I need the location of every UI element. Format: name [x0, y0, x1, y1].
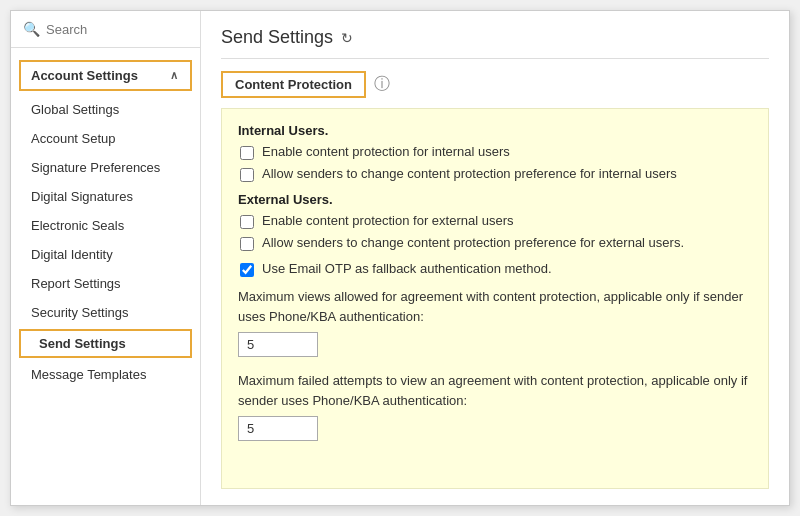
external-allow-checkbox[interactable] — [240, 237, 254, 251]
sidebar: 🔍 Account Settings ∧ Global Settings Acc… — [11, 11, 201, 505]
app-window: 🔍 Account Settings ∧ Global Settings Acc… — [10, 10, 790, 506]
external-users-label: External Users. — [238, 192, 752, 207]
external-allow-row: Allow senders to change content protecti… — [238, 235, 752, 251]
account-settings-header[interactable]: Account Settings ∧ — [19, 60, 192, 91]
external-enable-label: Enable content protection for external u… — [262, 213, 513, 228]
sidebar-item-account-setup[interactable]: Account Setup — [11, 124, 200, 153]
otp-fallback-row: Use Email OTP as fallback authentication… — [238, 261, 752, 277]
otp-fallback-checkbox[interactable] — [240, 263, 254, 277]
internal-allow-checkbox[interactable] — [240, 168, 254, 182]
internal-enable-checkbox[interactable] — [240, 146, 254, 160]
sidebar-item-message-templates[interactable]: Message Templates — [11, 360, 200, 389]
refresh-icon[interactable]: ↻ — [341, 30, 353, 46]
help-icon[interactable]: ⓘ — [374, 74, 390, 95]
otp-fallback-label: Use Email OTP as fallback authentication… — [262, 261, 552, 276]
main-content: Send Settings ↻ Content Protection ⓘ Int… — [201, 11, 789, 505]
page-title: Send Settings — [221, 27, 333, 48]
max-views-input[interactable] — [238, 332, 318, 357]
internal-allow-label: Allow senders to change content protecti… — [262, 166, 677, 181]
content-protection-area: Internal Users. Enable content protectio… — [221, 108, 769, 489]
max-views-desc: Maximum views allowed for agreement with… — [238, 287, 752, 326]
external-enable-checkbox[interactable] — [240, 215, 254, 229]
search-input[interactable] — [46, 22, 188, 37]
sidebar-item-send-settings[interactable]: Send Settings — [19, 329, 192, 358]
section-tab-row: Content Protection ⓘ — [221, 71, 769, 98]
external-allow-label: Allow senders to change content protecti… — [262, 235, 684, 250]
content-protection-tab[interactable]: Content Protection — [221, 71, 366, 98]
internal-allow-row: Allow senders to change content protecti… — [238, 166, 752, 182]
search-icon: 🔍 — [23, 21, 40, 37]
page-title-row: Send Settings ↻ — [221, 27, 769, 59]
internal-enable-row: Enable content protection for internal u… — [238, 144, 752, 160]
sidebar-item-global-settings[interactable]: Global Settings — [11, 95, 200, 124]
external-enable-row: Enable content protection for external u… — [238, 213, 752, 229]
max-failed-input[interactable] — [238, 416, 318, 441]
sidebar-item-digital-signatures[interactable]: Digital Signatures — [11, 182, 200, 211]
max-failed-desc: Maximum failed attempts to view an agree… — [238, 371, 752, 410]
sidebar-item-signature-preferences[interactable]: Signature Preferences — [11, 153, 200, 182]
internal-users-label: Internal Users. — [238, 123, 752, 138]
sidebar-item-security-settings[interactable]: Security Settings — [11, 298, 200, 327]
sidebar-section-account-settings: Account Settings ∧ Global Settings Accou… — [11, 48, 200, 393]
account-settings-label: Account Settings — [31, 68, 138, 83]
sidebar-item-digital-identity[interactable]: Digital Identity — [11, 240, 200, 269]
search-bar[interactable]: 🔍 — [11, 11, 200, 48]
internal-enable-label: Enable content protection for internal u… — [262, 144, 510, 159]
sidebar-item-electronic-seals[interactable]: Electronic Seals — [11, 211, 200, 240]
sidebar-nav-list: Global Settings Account Setup Signature … — [11, 95, 200, 389]
sidebar-item-report-settings[interactable]: Report Settings — [11, 269, 200, 298]
chevron-icon: ∧ — [170, 69, 178, 82]
